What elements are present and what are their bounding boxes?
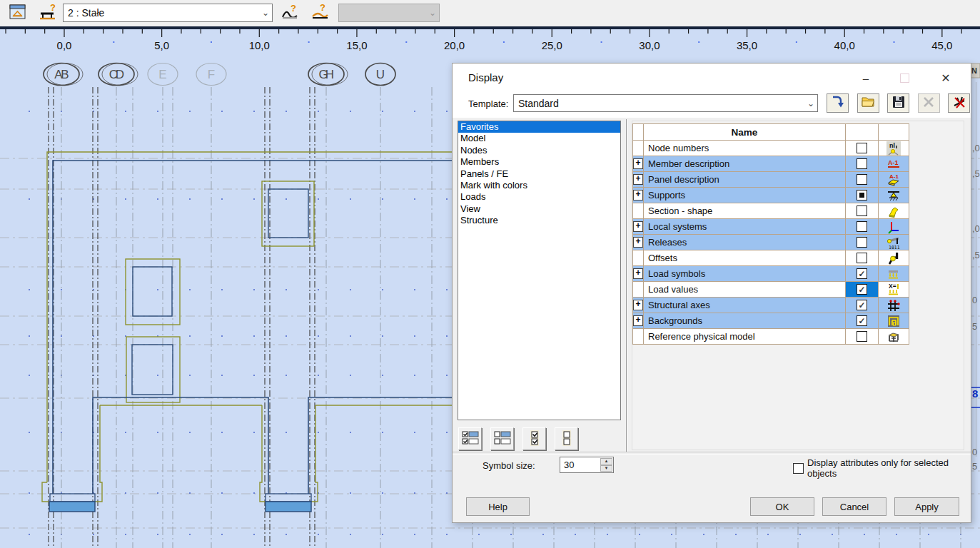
checkbox-load-values[interactable]: ✓ [857, 284, 867, 295]
uncheck-all-rows-button[interactable] [490, 427, 514, 450]
checkbox-supports[interactable] [857, 190, 867, 201]
apply-template-button[interactable] [827, 93, 849, 113]
tpl-delete-icon [921, 94, 936, 112]
checkbox-cell-supports[interactable] [846, 188, 879, 203]
dialog-titlebar[interactable]: Display – ✕ [453, 64, 971, 92]
attribute-row-member-description[interactable]: Member description [644, 156, 846, 172]
attribute-row-panel-description[interactable]: Panel description [644, 172, 846, 188]
attribute-row-local-systems[interactable]: Local systems [644, 219, 846, 235]
checkbox-cell-panel-description[interactable] [846, 172, 879, 188]
load-case-button[interactable]: ? [36, 2, 60, 24]
svg-text:H: H [325, 68, 334, 81]
close-button[interactable]: ✕ [934, 68, 958, 88]
svg-text:,5: ,5 [972, 168, 980, 179]
save-template-button[interactable] [887, 93, 909, 113]
checkbox-section-shape[interactable] [857, 206, 867, 216]
checkbox-member-description[interactable] [857, 158, 867, 169]
case-selector[interactable]: 2 : Stałe ⌄ [63, 4, 273, 22]
category-item-members[interactable]: Members [458, 156, 620, 168]
expand-cell-supports[interactable]: + [633, 188, 644, 203]
checkbox-panel-description[interactable] [857, 174, 867, 185]
uncheck-all-button[interactable] [555, 427, 578, 450]
attribute-row-releases[interactable]: Releases [644, 235, 846, 250]
checkbox-cell-section-shape[interactable] [846, 203, 879, 219]
checkbox-cell-node-numbers[interactable] [846, 141, 879, 156]
expand-plus-icon[interactable]: + [633, 268, 643, 279]
expand-cell-member-description[interactable]: + [633, 156, 644, 172]
category-item-loads[interactable]: Loads [458, 191, 620, 203]
backgrounds-icon [886, 314, 901, 328]
checkbox-load-symbols[interactable]: ✓ [857, 268, 867, 279]
checkbox-cell-offsets[interactable] [846, 250, 879, 266]
selected-objects-option[interactable]: Display attributes only for selected obj… [793, 457, 966, 479]
category-item-model[interactable]: Model [458, 133, 620, 144]
expand-plus-icon[interactable]: + [633, 174, 643, 185]
check-all-button[interactable] [522, 427, 546, 450]
selected-objects-checkbox[interactable] [793, 463, 804, 474]
attribute-row-section-shape[interactable]: Section - shape [644, 203, 846, 219]
checkbox-cell-structural-axes[interactable]: ✓ [846, 298, 879, 313]
checkbox-structural-axes[interactable]: ✓ [857, 300, 867, 310]
expand-plus-icon[interactable]: + [633, 190, 643, 201]
attribute-row-node-numbers[interactable]: Node numbers [644, 141, 846, 156]
expand-cell-local-systems[interactable]: + [633, 219, 644, 235]
attribute-row-supports[interactable]: Supports [644, 188, 846, 203]
category-item-mark-with-colors[interactable]: Mark with colors [458, 180, 620, 191]
checkbox-cell-reference-physical-model[interactable] [846, 329, 879, 345]
spin-down-button[interactable]: ▼ [600, 465, 612, 472]
attribute-row-structural-axes[interactable]: Structural axes [644, 298, 846, 313]
checkbox-backgrounds[interactable]: ✓ [857, 315, 867, 326]
expand-cell-releases[interactable]: + [633, 235, 644, 250]
attribute-row-offsets[interactable]: Offsets [644, 250, 846, 266]
attribute-row-load-values[interactable]: Load values [644, 282, 846, 298]
check-all-rows-button[interactable] [458, 427, 482, 450]
expand-plus-icon[interactable]: + [633, 300, 643, 310]
view-manager-button[interactable] [6, 2, 30, 24]
expand-plus-icon[interactable]: + [633, 221, 643, 232]
template-selector[interactable]: Standard ⌄ [513, 94, 818, 112]
checkbox-local-systems[interactable] [857, 221, 867, 232]
checkbox-node-numbers[interactable] [857, 143, 867, 153]
moment-diagram-button[interactable]: ? [308, 2, 333, 24]
attribute-row-reference-physical-model[interactable]: Reference physical model [644, 329, 846, 345]
expand-plus-icon[interactable]: + [633, 158, 643, 169]
checkbox-reference-physical-model[interactable] [857, 331, 867, 342]
checkbox-offsets[interactable] [857, 253, 867, 263]
checkbox-cell-member-description[interactable] [846, 156, 879, 172]
checkbox-cell-releases[interactable] [846, 235, 879, 250]
remove-attributes-button[interactable] [948, 93, 970, 113]
expand-cell-load-symbols[interactable]: + [633, 266, 644, 282]
category-item-structure[interactable]: Structure [458, 215, 620, 226]
category-item-nodes[interactable]: Nodes [458, 145, 620, 156]
expand-cell-backgrounds[interactable]: + [633, 313, 644, 329]
checkbox-cell-backgrounds[interactable]: ✓ [846, 313, 879, 329]
beam-diagram-button[interactable]: ? [278, 2, 303, 24]
attribute-row-backgrounds[interactable]: Backgrounds [644, 313, 846, 329]
minimize-button[interactable]: – [854, 68, 878, 88]
checkbox-cell-load-symbols[interactable]: ✓ [846, 266, 879, 282]
expand-cell-panel-description[interactable]: + [633, 172, 644, 188]
open-template-button[interactable] [857, 93, 879, 113]
svg-text:F: F [208, 68, 215, 81]
expand-plus-icon[interactable]: + [633, 237, 643, 248]
help-button[interactable]: Help [466, 497, 530, 516]
chevron-down-icon: ⌄ [259, 8, 272, 18]
checkbox-cell-local-systems[interactable] [846, 219, 879, 235]
checkbox-cell-load-values[interactable]: ✓ [846, 282, 879, 298]
symbol-size-value: 30 [564, 460, 574, 470]
expand-plus-icon[interactable]: + [633, 315, 643, 326]
category-item-favorites[interactable]: Favorites [458, 121, 620, 133]
checkbox-releases[interactable] [857, 237, 867, 248]
attribute-row-load-symbols[interactable]: Load symbols [644, 266, 846, 282]
svg-text:E: E [158, 68, 166, 81]
category-item-view[interactable]: View [458, 203, 620, 215]
ok-button[interactable]: OK [750, 497, 814, 516]
symbol-size-stepper[interactable]: 30 ▲ ▼ [560, 457, 614, 473]
expand-cell-structural-axes[interactable]: + [633, 298, 644, 313]
apply-button[interactable]: Apply [894, 497, 959, 516]
cancel-button[interactable]: Cancel [822, 497, 886, 516]
svg-text:X=: X= [889, 283, 896, 290]
category-item-panels-fe[interactable]: Panels / FE [458, 168, 620, 180]
mode-selector-disabled: ⌄ [338, 4, 440, 22]
spin-up-button[interactable]: ▲ [600, 458, 612, 465]
